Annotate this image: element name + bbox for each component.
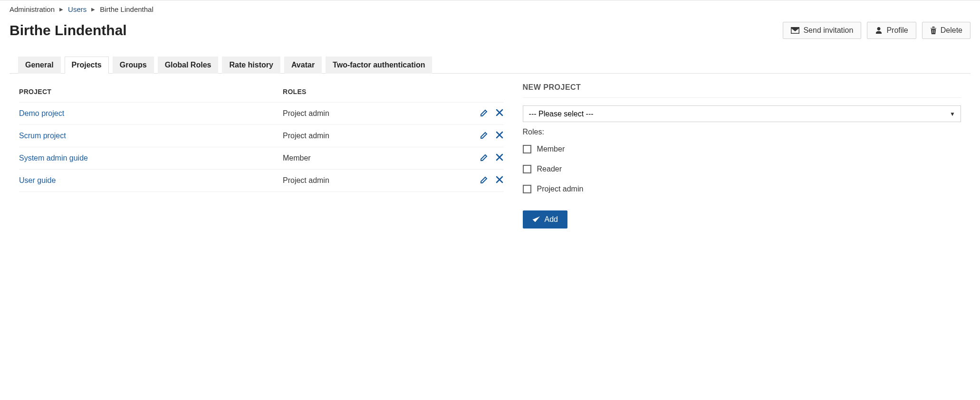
role-cell: Project admin [283, 170, 461, 192]
roles-label: Roles: [523, 128, 961, 136]
chevron-right-icon: ▶ [59, 7, 63, 12]
project-link[interactable]: Demo project [19, 109, 64, 117]
edit-icon[interactable] [480, 153, 489, 162]
header-actions: Send invitation Profile Delete [783, 22, 970, 39]
breadcrumb-admin[interactable]: Administration [10, 5, 55, 13]
project-select[interactable]: --- Please select --- [523, 105, 961, 122]
tab-avatar[interactable]: Avatar [284, 57, 322, 74]
table-row: User guideProject admin [19, 170, 504, 192]
role-checkbox-label[interactable]: Reader [537, 165, 562, 173]
tab-global-roles[interactable]: Global Roles [158, 57, 219, 74]
trash-icon [930, 27, 937, 34]
col-project: PROJECT [19, 83, 283, 103]
project-link[interactable]: System admin guide [19, 154, 88, 162]
breadcrumb: Administration ▶ Users ▶ Birthe Lindenth… [10, 5, 970, 13]
role-checkbox[interactable] [523, 185, 531, 193]
envelope-icon [791, 27, 799, 34]
tab-rate-history[interactable]: Rate history [222, 57, 280, 74]
breadcrumb-current: Birthe Lindenthal [100, 5, 154, 13]
role-cell: Project admin [283, 103, 461, 125]
tab-general[interactable]: General [18, 57, 61, 74]
new-project-title: NEW PROJECT [523, 83, 961, 98]
send-invitation-label: Send invitation [803, 26, 853, 35]
role-cell: Project admin [283, 125, 461, 147]
delete-icon[interactable] [495, 153, 504, 162]
check-icon [532, 216, 540, 223]
role-checkbox-row: Member [523, 139, 961, 159]
edit-icon[interactable] [480, 108, 489, 117]
delete-icon[interactable] [495, 108, 504, 117]
role-checkbox[interactable] [523, 165, 531, 173]
projects-table: PROJECT ROLES Demo projectProject adminS… [19, 83, 504, 192]
delete-icon[interactable] [495, 175, 504, 184]
table-row: Scrum projectProject admin [19, 125, 504, 147]
col-roles: ROLES [283, 83, 461, 103]
role-checkbox-label[interactable]: Member [537, 145, 565, 153]
delete-button[interactable]: Delete [922, 22, 970, 39]
role-cell: Member [283, 147, 461, 170]
delete-icon[interactable] [495, 131, 504, 139]
tab-two-factor[interactable]: Two-factor authentication [326, 57, 432, 74]
table-row: Demo projectProject admin [19, 103, 504, 125]
project-link[interactable]: User guide [19, 176, 56, 184]
tab-projects[interactable]: Projects [65, 57, 109, 74]
edit-icon[interactable] [480, 131, 489, 139]
add-button-label: Add [545, 215, 558, 224]
add-button[interactable]: Add [523, 210, 567, 229]
edit-icon[interactable] [480, 175, 489, 184]
role-checkbox-label[interactable]: Project admin [537, 185, 584, 193]
tabs: General Projects Groups Global Roles Rat… [10, 56, 970, 74]
chevron-right-icon: ▶ [91, 7, 95, 12]
profile-label: Profile [886, 26, 908, 35]
role-checkbox[interactable] [523, 145, 531, 153]
role-checkbox-row: Reader [523, 159, 961, 179]
delete-label: Delete [941, 26, 962, 35]
project-link[interactable]: Scrum project [19, 132, 66, 140]
role-checkbox-row: Project admin [523, 179, 961, 199]
profile-button[interactable]: Profile [867, 22, 916, 39]
table-row: System admin guideMember [19, 147, 504, 170]
tab-groups[interactable]: Groups [113, 57, 154, 74]
page-title: Birthe Lindenthal [10, 22, 127, 38]
breadcrumb-users[interactable]: Users [68, 5, 86, 13]
user-icon [875, 27, 883, 34]
send-invitation-button[interactable]: Send invitation [783, 22, 861, 39]
